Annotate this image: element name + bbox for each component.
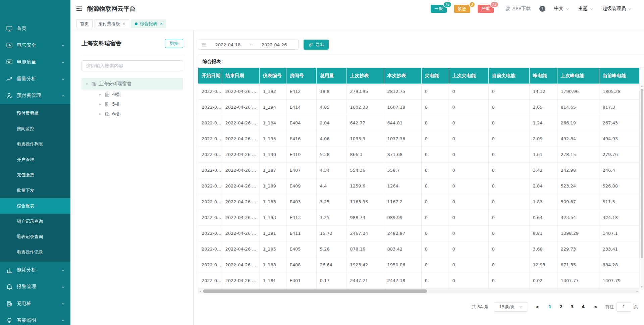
- sidebar-subitem-meter-op-list[interactable]: 电表操作列表: [0, 137, 70, 152]
- table-cell: 1.25: [316, 210, 346, 225]
- sidebar-subitem-room-monitor[interactable]: 房间监控: [0, 121, 70, 137]
- table-cell: 1398.29: [557, 225, 599, 241]
- goto-page-input[interactable]: [616, 302, 631, 312]
- table-row[interactable]: 2022-0...2022-04-26 ...1_195E4164.061033…: [198, 131, 639, 147]
- theme-selector[interactable]: 主题: [578, 6, 594, 12]
- alarm-badge-urgent: 紧急3: [454, 5, 470, 13]
- sidebar-subitem-account-open[interactable]: 开户管理: [0, 152, 70, 167]
- tab-prepaid-board[interactable]: 预付费看板×: [95, 19, 129, 28]
- sidebar-item-electric-safety[interactable]: 电气安全: [0, 37, 70, 54]
- column-header: 仪表编号: [259, 68, 286, 84]
- chevron-down-icon: [61, 60, 65, 64]
- sidebar-item-alarm-mgmt[interactable]: 报警管理: [0, 278, 70, 295]
- caret-right-icon[interactable]: ▸: [98, 112, 102, 116]
- sidebar-item-demand-analysis[interactable]: 需量分析: [0, 70, 70, 87]
- language-selector[interactable]: 中文: [554, 6, 570, 12]
- sidebar-item-smart-lighting[interactable]: 智能照明: [0, 312, 70, 325]
- table-cell: 0.17: [316, 273, 346, 288]
- scroll-right-icon[interactable]: ▸: [635, 289, 639, 293]
- help-icon[interactable]: ?: [539, 6, 545, 12]
- caret-right-icon[interactable]: ▸: [98, 92, 102, 97]
- tree-node-floor-5[interactable]: ▸5楼: [82, 99, 183, 109]
- table-row[interactable]: 2022-0...2022-04-26 ...1_181E4010.172447…: [198, 273, 639, 288]
- table-row[interactable]: 2022-0...2022-04-26 ...1_191E41115.73246…: [198, 225, 639, 241]
- tree-node-floor-4[interactable]: ▸4楼: [82, 90, 183, 99]
- tree-node-floor-6[interactable]: ▸6楼: [82, 109, 183, 119]
- scroll-left-icon[interactable]: ◂: [198, 289, 202, 293]
- sidebar-subitem-summary-report[interactable]: 综合报表: [0, 198, 70, 214]
- collapse-menu-icon[interactable]: [76, 5, 83, 12]
- vertical-scrollbar-thumb[interactable]: [641, 89, 643, 258]
- sidebar-subitem-prepaid-board[interactable]: 预付费看板: [0, 106, 70, 121]
- table-cell: 1950.06: [384, 257, 421, 273]
- alarm-badge-button-urgent[interactable]: 紧急: [454, 5, 470, 13]
- page-number-3[interactable]: 3: [569, 304, 575, 309]
- calendar-icon: [202, 42, 207, 47]
- page-number-2[interactable]: 2: [558, 304, 564, 309]
- sidebar-subitem-meter-op-record[interactable]: 电表操作记录: [0, 245, 70, 260]
- sidebar-subitem-batch-send[interactable]: 批量下发: [0, 183, 70, 198]
- date-end-value[interactable]: 2022-04-26: [254, 42, 295, 47]
- table-cell: E410: [286, 147, 316, 162]
- tab-close-icon[interactable]: ×: [122, 21, 125, 26]
- export-button[interactable]: 导出: [304, 40, 329, 50]
- table-row[interactable]: 2022-0...2022-04-26 ...1_183E4033.251163…: [198, 194, 639, 210]
- page-number-1[interactable]: 1: [547, 304, 553, 309]
- table-cell: 2447.21: [346, 273, 384, 288]
- table-cell: 0: [449, 273, 488, 288]
- sidebar-subitem-meter-return[interactable]: 退表记录查询: [0, 229, 70, 245]
- table-row[interactable]: 2022-0...2022-04-26 ...1_189E4094.41259.…: [198, 178, 639, 194]
- sidebar-item-charging-pile[interactable]: 充电桩: [0, 295, 70, 312]
- table-cell: 0: [488, 131, 529, 147]
- building-icon: [91, 82, 96, 87]
- prev-page-button[interactable]: <: [533, 304, 541, 310]
- table-row[interactable]: 2022-0...2022-04-26 ...1_194E4144.851602…: [198, 99, 639, 115]
- page-size-select[interactable]: 15条/页: [494, 302, 528, 312]
- table-cell: 2022-0...: [198, 241, 222, 257]
- table-cell: 554.36: [346, 162, 384, 178]
- table-cell: 0: [488, 99, 529, 115]
- table-cell: 14.32: [529, 84, 557, 99]
- next-page-button[interactable]: >: [592, 304, 600, 310]
- caret-right-icon[interactable]: ▸: [98, 102, 102, 106]
- tab-home[interactable]: 首页: [76, 19, 93, 28]
- sidebar-item-energy-analysis[interactable]: 能耗分析: [0, 262, 70, 278]
- sidebar-subitem-recharge[interactable]: 充值缴费: [0, 167, 70, 183]
- table-row[interactable]: 2022-0...2022-04-26 ...1_190E4105.38866.…: [198, 147, 639, 162]
- charger-icon: [6, 300, 13, 307]
- horizontal-scrollbar-thumb[interactable]: [203, 289, 427, 293]
- date-start-value[interactable]: 2022-04-18: [207, 42, 249, 47]
- table-row[interactable]: 2022-0...2022-04-26 ...1_192E41218.82793…: [198, 84, 639, 99]
- user-menu[interactable]: 超级管理员: [602, 6, 632, 12]
- tree-search-input[interactable]: [82, 60, 183, 71]
- table-row[interactable]: 2022-0...2022-04-26 ...1_188E40826.64192…: [198, 257, 639, 273]
- page-number-4[interactable]: 4: [580, 304, 586, 309]
- horizontal-scrollbar[interactable]: ◂ ▸: [198, 289, 639, 293]
- table-cell: 0.02: [529, 273, 557, 288]
- table-cell: 558.7: [384, 162, 421, 178]
- sidebar-item-power-quality[interactable]: 电能质量: [0, 54, 70, 70]
- tab-label: 预付费看板: [98, 21, 120, 27]
- tab-close-icon[interactable]: ×: [160, 21, 163, 26]
- tab-report[interactable]: 综合报表×: [131, 19, 166, 28]
- table-cell: 1_189: [259, 178, 286, 194]
- tree-node-root[interactable]: ▾上海安科瑞宿舍: [82, 78, 183, 90]
- sidebar-subitem-account-close[interactable]: 销户记录查询: [0, 214, 70, 229]
- table-row[interactable]: 2022-0...2022-04-26 ...1_187E4074.34554.…: [198, 162, 639, 178]
- scroll-up-icon[interactable]: ▴: [641, 84, 643, 88]
- switch-site-button[interactable]: 切换: [165, 39, 183, 48]
- app-download-link[interactable]: APP下载: [505, 6, 531, 12]
- sidebar-item-label: 报警管理: [17, 284, 61, 290]
- table-row[interactable]: 2022-0...2022-04-26 ...1_185E4055.26878.…: [198, 241, 639, 257]
- caret-down-icon[interactable]: ▾: [85, 82, 89, 86]
- table-row[interactable]: 2022-0...2022-04-26 ...1_193E4131.25988.…: [198, 210, 639, 225]
- table-cell: 2022-0...: [198, 194, 222, 210]
- table-cell: 2022-04-26 ...: [222, 225, 259, 241]
- trend-icon: [6, 75, 13, 82]
- sidebar-item-prepaid-mgmt[interactable]: 预付费管理: [0, 87, 70, 104]
- vertical-scrollbar[interactable]: ▴ ▾: [639, 84, 644, 289]
- table-row[interactable]: 2022-0...2022-04-26 ...1_184E4042.04642.…: [198, 115, 639, 131]
- scroll-down-icon[interactable]: ▾: [641, 285, 643, 289]
- sidebar-item-home[interactable]: 首页: [0, 20, 70, 37]
- date-range-picker[interactable]: 2022-04-18 ~ 2022-04-26: [198, 40, 299, 50]
